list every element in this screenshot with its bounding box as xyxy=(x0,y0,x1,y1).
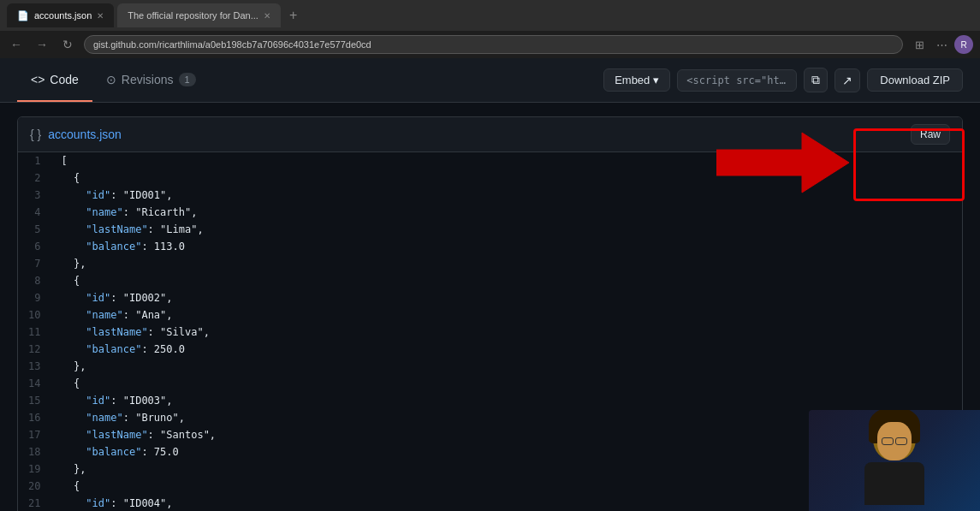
table-row: 11 "lastName": "Silva", xyxy=(18,324,962,341)
table-row: 10 "name": "Ana", xyxy=(18,306,962,324)
line-code: "balance": 113.0 xyxy=(54,238,962,255)
line-number: 20 xyxy=(18,478,54,495)
table-row: 1 [ xyxy=(18,152,962,169)
tab-close-button-2[interactable]: ✕ xyxy=(264,11,270,21)
download-zip-button[interactable]: Download ZIP xyxy=(867,68,963,92)
line-number: 4 xyxy=(18,204,54,221)
share-button[interactable]: ↗ xyxy=(834,68,860,92)
tab-revisions-label: Revisions xyxy=(122,73,174,86)
script-snippet-display: <script src="https:// xyxy=(677,69,797,92)
file-type-icon: { } xyxy=(30,128,41,141)
tab-code-label: Code xyxy=(50,73,78,86)
url-text: gist.github.com/ricarthlima/a0eb198cb7a7… xyxy=(93,39,371,50)
profile-avatar[interactable]: R xyxy=(954,35,973,54)
line-code: "lastName": "Lima", xyxy=(54,221,962,238)
webcam-feed xyxy=(809,410,980,511)
table-row: 2 { xyxy=(18,169,962,187)
line-code: }, xyxy=(54,255,962,272)
table-row: 8 { xyxy=(18,272,962,289)
line-code: }, xyxy=(54,358,962,375)
left-glass xyxy=(882,437,894,445)
embed-label: Embed xyxy=(615,74,650,86)
browser-chrome: 📄 accounts.json ✕ The official repositor… xyxy=(0,0,980,31)
line-number: 21 xyxy=(18,495,54,511)
table-row: 3 "id": "ID001", xyxy=(18,187,962,204)
line-number: 12 xyxy=(18,341,54,358)
refresh-button[interactable]: ↻ xyxy=(58,35,77,54)
extensions-button[interactable]: ⊞ xyxy=(910,35,929,54)
person-head xyxy=(873,413,916,460)
forward-button[interactable]: → xyxy=(33,35,51,54)
tab-code[interactable]: <> Code xyxy=(17,58,92,102)
gist-header: <> Code ⊙ Revisions 1 Embed ▾ <script sr… xyxy=(0,58,980,103)
line-code: "id": "ID001", xyxy=(54,187,962,204)
line-code: "id": "ID003", xyxy=(54,392,962,409)
line-number: 18 xyxy=(18,443,54,460)
table-row: 4 "name": "Ricarth", xyxy=(18,204,962,221)
gist-nav-tabs: <> Code ⊙ Revisions 1 xyxy=(17,58,210,102)
gist-toolbar: Embed ▾ <script src="https:// ⧉ ↗ Downlo… xyxy=(603,68,963,92)
table-row: 12 "balance": 250.0 xyxy=(18,341,962,358)
line-code: "name": "Ricarth", xyxy=(54,204,962,221)
line-number: 3 xyxy=(18,187,54,204)
browser-actions: ⊞ ⋯ R xyxy=(910,35,973,54)
line-code: "balance": 250.0 xyxy=(54,341,962,358)
table-row: 14 { xyxy=(18,375,962,392)
settings-button[interactable]: ⋯ xyxy=(932,35,951,54)
line-number: 15 xyxy=(18,392,54,409)
gist-content: { } accounts.json Raw 1 [ 2 { 3 "id": "I… xyxy=(0,103,980,511)
file-name-label: accounts.json xyxy=(48,128,122,141)
code-icon: <> xyxy=(31,73,45,86)
table-row: 9 "id": "ID002", xyxy=(18,289,962,306)
copy-button[interactable]: ⧉ xyxy=(804,68,828,92)
line-number: 10 xyxy=(18,306,54,324)
table-row: 6 "balance": 113.0 xyxy=(18,238,962,255)
active-tab[interactable]: 📄 accounts.json ✕ xyxy=(7,3,114,27)
chevron-down-icon: ▾ xyxy=(653,74,659,86)
line-code: "name": "Ana", xyxy=(54,306,962,324)
url-bar[interactable]: gist.github.com/ricarthlima/a0eb198cb7a7… xyxy=(84,35,903,54)
table-row: 7 }, xyxy=(18,255,962,272)
line-number: 8 xyxy=(18,272,54,289)
line-code: "id": "ID002", xyxy=(54,289,962,306)
line-number: 1 xyxy=(18,152,54,169)
line-number: 14 xyxy=(18,375,54,392)
tab-revisions[interactable]: ⊙ Revisions 1 xyxy=(92,58,210,102)
line-code: { xyxy=(54,272,962,289)
tab-close-button[interactable]: ✕ xyxy=(97,11,104,21)
person-silhouette xyxy=(843,413,946,508)
line-number: 11 xyxy=(18,324,54,341)
line-number: 17 xyxy=(18,426,54,443)
table-row: 5 "lastName": "Lima", xyxy=(18,221,962,238)
person-glasses xyxy=(879,437,910,445)
table-row: 13 }, xyxy=(18,358,962,375)
line-number: 9 xyxy=(18,289,54,306)
person-body xyxy=(864,462,924,505)
inactive-tab[interactable]: The official repository for Dan... ✕ xyxy=(117,3,281,27)
tab-favicon: 📄 xyxy=(17,10,29,21)
line-code: { xyxy=(54,375,962,392)
line-number: 2 xyxy=(18,169,54,187)
right-glass xyxy=(895,437,907,445)
file-name-area: { } accounts.json xyxy=(30,128,122,141)
revisions-icon: ⊙ xyxy=(106,73,116,86)
embed-button[interactable]: Embed ▾ xyxy=(603,68,670,92)
line-code: "lastName": "Silva", xyxy=(54,324,962,341)
copy-icon: ⧉ xyxy=(811,73,820,87)
line-code: { xyxy=(54,169,962,187)
back-button[interactable]: ← xyxy=(7,35,26,54)
line-number: 7 xyxy=(18,255,54,272)
line-number: 13 xyxy=(18,358,54,375)
line-number: 16 xyxy=(18,409,54,426)
share-icon: ↗ xyxy=(842,74,852,87)
person-face xyxy=(877,422,912,460)
address-bar-row: ← → ↻ gist.github.com/ricarthlima/a0eb19… xyxy=(0,31,980,58)
line-number: 19 xyxy=(18,460,54,478)
table-row: 15 "id": "ID003", xyxy=(18,392,962,409)
new-tab-button[interactable]: + xyxy=(284,6,302,25)
file-header: { } accounts.json Raw xyxy=(18,117,962,152)
revisions-badge: 1 xyxy=(179,73,196,86)
tab-label: accounts.json xyxy=(34,10,92,21)
raw-button[interactable]: Raw xyxy=(911,124,950,145)
line-code: [ xyxy=(54,152,962,169)
